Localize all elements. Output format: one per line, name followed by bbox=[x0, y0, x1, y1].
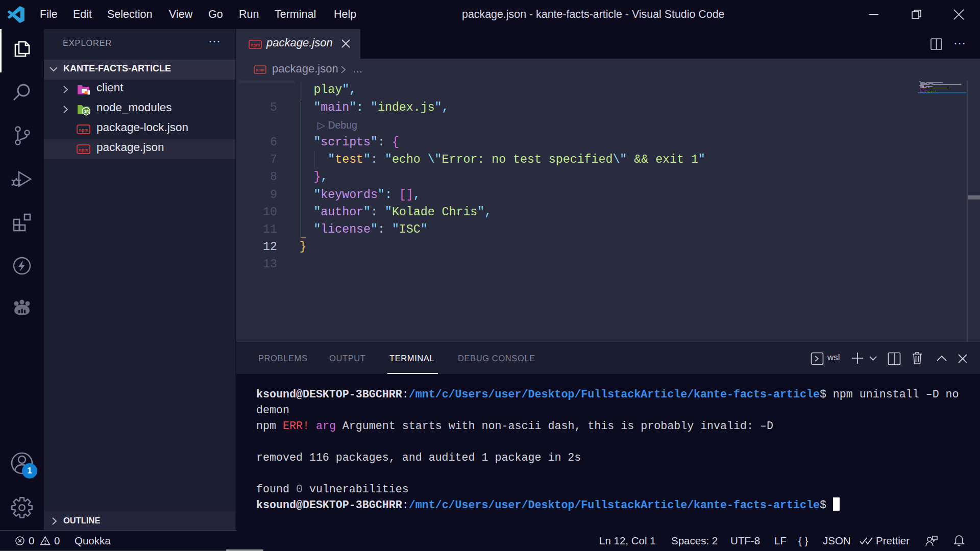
svg-text:JS: JS bbox=[84, 109, 89, 114]
svg-text:npm: npm bbox=[79, 128, 88, 133]
svg-text:npm: npm bbox=[79, 147, 88, 153]
svg-text:npm: npm bbox=[251, 42, 260, 47]
svg-text:npm: npm bbox=[256, 68, 264, 72]
